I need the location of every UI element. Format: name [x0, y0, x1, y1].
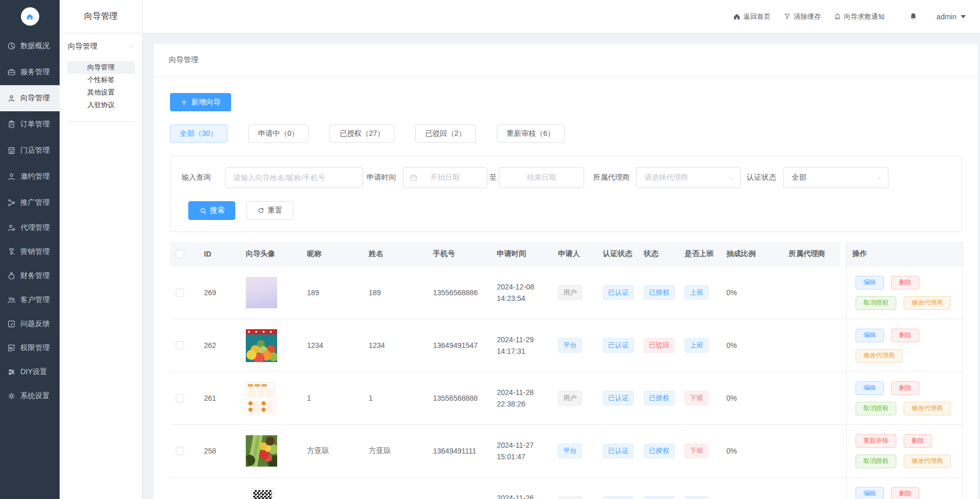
- query-input[interactable]: [225, 167, 363, 188]
- column-header-0: [170, 250, 198, 258]
- sidebar-item-5[interactable]: 邀约管理: [0, 164, 60, 190]
- sidebar-item-9[interactable]: 财务管理: [0, 264, 60, 288]
- auth-status-select[interactable]: 全部: [783, 167, 888, 188]
- permission-icon: [7, 343, 16, 353]
- sidebar-item-7[interactable]: 代理管理: [0, 216, 60, 240]
- action-取消授权[interactable]: 取消授权: [856, 296, 896, 310]
- action-删除[interactable]: 删除: [891, 487, 919, 499]
- action-修改代理商[interactable]: 修改代理商: [904, 402, 951, 415]
- sidebar-item-13[interactable]: DIY设置: [0, 360, 60, 384]
- sidebar-item-11[interactable]: 问题反馈: [0, 312, 60, 336]
- add-guide-button[interactable]: 新增向导: [170, 93, 231, 111]
- guide-avatar[interactable]: [246, 277, 277, 308]
- sidebar-item-6[interactable]: 推广管理: [0, 190, 60, 216]
- fixed-column-divider: [846, 241, 847, 499]
- guide-avatar[interactable]: [246, 329, 277, 362]
- sidebar-item-4[interactable]: 门店管理: [0, 137, 60, 164]
- guide-avatar[interactable]: [252, 489, 273, 499]
- sidebar-item-1[interactable]: 服务管理: [0, 59, 60, 85]
- agent-user-icon: [7, 223, 16, 233]
- action-重新审核[interactable]: 重新审核: [856, 434, 896, 448]
- tab-3[interactable]: 已驳回（2）: [415, 124, 476, 143]
- column-header-12: 所属代理商: [782, 249, 846, 259]
- cell-nickname: 方亚琼: [301, 446, 362, 456]
- user-dropdown[interactable]: admin: [937, 13, 966, 21]
- cell-apply-time: 2024-12-0814:23:54: [491, 281, 552, 304]
- action-编辑[interactable]: 编辑: [856, 487, 884, 499]
- action-删除[interactable]: 删除: [891, 276, 919, 289]
- action-删除[interactable]: 删除: [891, 329, 919, 342]
- sidebar-item-12[interactable]: 权限管理: [0, 336, 60, 360]
- sidebar-item-8[interactable]: 营销管理: [0, 240, 60, 264]
- action-编辑[interactable]: 编辑: [856, 276, 884, 289]
- topbar-link-2[interactable]: 向导求救通知: [834, 12, 885, 21]
- cell-phone: 13556568886: [427, 288, 491, 297]
- column-header-8: 认证状态: [597, 249, 637, 259]
- sidebar-item-label: 订单管理: [20, 120, 50, 129]
- action-删除[interactable]: 删除: [891, 381, 919, 395]
- cell-actions: 编辑删除修改代理商: [846, 329, 963, 363]
- submenu-item-0[interactable]: 向导管理: [67, 61, 135, 74]
- row-checkbox[interactable]: [176, 394, 184, 402]
- action-修改代理商[interactable]: 修改代理商: [904, 296, 951, 310]
- column-header-10: 是否上班: [678, 249, 720, 259]
- cell-id: 262: [198, 341, 240, 350]
- action-删除[interactable]: 删除: [904, 434, 932, 448]
- row-checkbox[interactable]: [176, 288, 184, 297]
- end-date-input[interactable]: 结束日期: [499, 167, 584, 188]
- chevron-down-icon: [128, 43, 135, 50]
- sidebar-item-10[interactable]: 客户管理: [0, 288, 60, 312]
- notification-bell[interactable]: [909, 12, 918, 21]
- sidebar-item-label: 客户管理: [20, 295, 50, 305]
- submenu-item-3[interactable]: 入驻协议: [67, 99, 135, 111]
- submenu-item-1[interactable]: 个性标签: [67, 74, 135, 86]
- sidebar-item-label: 代理管理: [20, 223, 50, 233]
- app-logo[interactable]: [0, 0, 60, 33]
- topbar-link-label: 返回首页: [744, 12, 771, 21]
- start-date-input[interactable]: 开始日期: [403, 167, 487, 188]
- cell-nickname: 1: [301, 394, 362, 402]
- select-all-checkbox[interactable]: [176, 250, 184, 258]
- refresh-icon: [257, 207, 265, 214]
- person-icon: [7, 172, 16, 181]
- menu-group-guide[interactable]: 向导管理: [60, 33, 142, 60]
- action-取消授权[interactable]: 取消授权: [856, 455, 896, 468]
- action-取消授权[interactable]: 取消授权: [856, 402, 896, 415]
- sidebar-item-2[interactable]: 向导管理: [0, 85, 60, 111]
- submenu-item-2[interactable]: 其他设置: [67, 86, 135, 99]
- search-button[interactable]: 搜索: [188, 201, 235, 220]
- clipboard-icon: [7, 120, 16, 129]
- chevron-down-icon: [875, 175, 883, 182]
- header-gutter: [840, 241, 846, 266]
- sidebar-item-0[interactable]: 数据概况: [0, 33, 60, 59]
- action-编辑[interactable]: 编辑: [856, 381, 884, 395]
- tab-4[interactable]: 重新审核（6）: [497, 124, 565, 143]
- sidebar-item-label: 服务管理: [20, 67, 50, 77]
- reset-button[interactable]: 重置: [246, 201, 293, 220]
- sidebar-item-3[interactable]: 订单管理: [0, 111, 60, 137]
- row-checkbox[interactable]: [176, 341, 184, 350]
- row-checkbox[interactable]: [176, 447, 184, 455]
- tab-2[interactable]: 已授权（27）: [329, 124, 394, 143]
- topbar-link-1[interactable]: 清除缓存: [783, 12, 821, 21]
- tab-0[interactable]: 全部（30）: [170, 124, 227, 143]
- content-area: 向导管理 新增向导 全部（30）申请中（0）已授权（27）已驳回（2）重新审核（…: [143, 33, 980, 499]
- action-修改代理商[interactable]: 修改代理商: [856, 349, 903, 363]
- action-编辑[interactable]: 编辑: [856, 329, 884, 342]
- sidebar-item-label: DIY设置: [20, 367, 47, 377]
- secondary-sidebar: 向导管理 向导管理 向导管理个性标签其他设置入驻协议: [60, 0, 143, 499]
- sidebar-item-label: 邀约管理: [20, 172, 50, 181]
- action-修改代理商[interactable]: 修改代理商: [904, 455, 951, 468]
- status-tabs: 全部（30）申请中（0）已授权（27）已驳回（2）重新审核（6）: [170, 124, 565, 143]
- customers-icon: [7, 295, 16, 305]
- search-icon: [199, 207, 207, 215]
- agent-select[interactable]: 请选择代理商: [636, 167, 740, 188]
- column-header-6: 申请时间: [491, 249, 552, 259]
- guide-avatar[interactable]: [246, 382, 275, 414]
- topbar-link-0[interactable]: 返回首页: [733, 12, 771, 21]
- table-row-4: 2024-11-26 用户已认证已授权上班编辑删除: [170, 478, 963, 499]
- guide-avatar[interactable]: [246, 435, 277, 467]
- tab-1[interactable]: 申请中（0）: [248, 124, 309, 143]
- sidebar-item-14[interactable]: 系统设置: [0, 384, 60, 408]
- sliders-icon: [7, 367, 16, 377]
